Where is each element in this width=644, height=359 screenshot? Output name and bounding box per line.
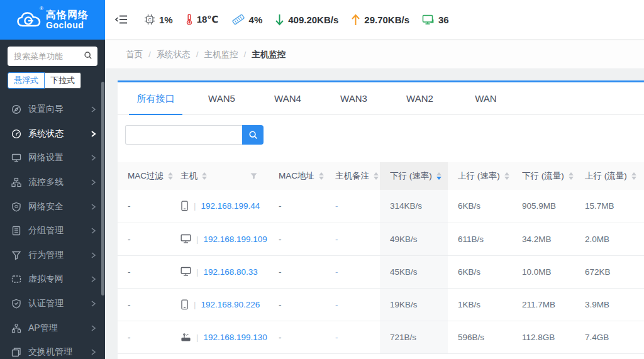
- host-cell: |192.168.90.226: [170, 288, 269, 321]
- ap-icon: [11, 323, 21, 333]
- download-stat: 409.20KB/s: [275, 14, 338, 26]
- host-ip-link[interactable]: 192.168.90.226: [201, 300, 260, 309]
- host-ip-link[interactable]: 192.168.199.109: [204, 235, 267, 244]
- menu-fold-icon[interactable]: [115, 14, 128, 25]
- sidebar-item-label: 虚拟专网: [28, 273, 91, 285]
- flow-icon: [11, 177, 21, 187]
- up-rate-cell: 611B/s: [448, 223, 512, 255]
- sort-icon[interactable]: [569, 172, 574, 180]
- sort-icon[interactable]: [168, 172, 173, 180]
- tab-wan5[interactable]: WAN5: [189, 82, 255, 114]
- chevron-right-icon: [91, 204, 96, 210]
- sidebar-item-behavior-management[interactable]: 行为管理: [0, 243, 105, 268]
- sidebar-item-network-security[interactable]: 网络安全: [0, 194, 105, 219]
- sidebar-item-network-settings[interactable]: 网络设置: [0, 146, 105, 170]
- sidebar-item-label: 认证管理: [28, 298, 91, 309]
- mac-cell: -: [269, 321, 325, 353]
- host-ip-link[interactable]: 192.168.80.33: [204, 267, 258, 277]
- tab-wan2[interactable]: WAN2: [387, 82, 453, 114]
- sort-icon[interactable]: [319, 172, 324, 180]
- table-search-input[interactable]: [125, 125, 242, 145]
- note-cell[interactable]: -: [325, 223, 380, 255]
- filter-icon[interactable]: [250, 173, 257, 180]
- col-mac-address: MAC地址: [269, 162, 325, 190]
- table-row: - |192.168.199.109 - - 49KB/s 611B/s 34.…: [118, 223, 644, 255]
- phone-icon: [180, 299, 189, 310]
- note-cell[interactable]: -: [325, 321, 380, 353]
- mode-dropdown-button[interactable]: 下拉式: [44, 72, 81, 89]
- search-icon: [248, 130, 258, 140]
- note-cell[interactable]: -: [325, 255, 380, 288]
- sidebar-item-auth-management[interactable]: 认证管理: [0, 292, 105, 316]
- up-rate-cell: 1KB/s: [448, 288, 512, 321]
- arrow-up-icon: [351, 14, 360, 26]
- sidebar-item-switch-management[interactable]: 交换机管理: [0, 340, 105, 359]
- mac-filter-cell: -: [118, 223, 170, 255]
- compass-icon: [11, 104, 21, 114]
- table-row: - |192.168.90.226 - - 19KB/s 1KB/s 211.7…: [118, 288, 644, 321]
- divider: |: [196, 333, 199, 342]
- brand-name-cn: 高恪网络: [46, 10, 89, 21]
- tab-all-interfaces[interactable]: 所有接口: [123, 82, 189, 114]
- temperature-value: 18℃: [197, 14, 219, 25]
- down-rate-cell: 721B/s: [380, 321, 448, 353]
- table-search-button[interactable]: [242, 125, 264, 145]
- mac-cell: -: [269, 255, 325, 288]
- sidebar-item-label: 设置向导: [28, 104, 91, 115]
- breadcrumb-host-monitor[interactable]: 主机监控: [204, 49, 238, 60]
- sidebar-item-group-management[interactable]: 分组管理: [0, 219, 105, 243]
- clients-stat: 36: [422, 14, 449, 25]
- online-clients-value: 36: [438, 14, 449, 25]
- note-cell[interactable]: -: [325, 288, 380, 321]
- arrow-down-icon: [275, 14, 284, 26]
- switch-icon: [11, 347, 21, 357]
- down-total-cell: 112.8GB: [512, 321, 575, 353]
- down-total-cell: 211.7MB: [512, 288, 575, 321]
- breadcrumb-system-status[interactable]: 系统状态: [157, 49, 191, 60]
- host-cell: |192.168.199.109: [170, 223, 269, 255]
- up-total-cell: 2.0MB: [575, 223, 644, 255]
- divider: |: [196, 235, 199, 244]
- breadcrumb-home[interactable]: 首页: [126, 49, 143, 60]
- sort-icon[interactable]: [374, 172, 379, 180]
- sidebar-item-setup-wizard[interactable]: 设置向导: [0, 97, 105, 122]
- sidebar-item-system-status[interactable]: 系统状态: [0, 122, 105, 146]
- main-content: 所有接口 WAN5 WAN4 WAN3 WAN2 WAN MAC过滤 主机 MA…: [105, 69, 644, 359]
- col-down-total: 下行 (流量): [512, 162, 575, 190]
- svg-text:C: C: [148, 18, 151, 22]
- sort-icon-active[interactable]: [436, 172, 441, 180]
- sort-icon[interactable]: [631, 172, 636, 180]
- col-host-note: 主机备注: [325, 162, 380, 190]
- shield-icon: [11, 202, 21, 212]
- sidebar-item-flow-control[interactable]: 流控多线: [0, 170, 105, 195]
- tab-wan[interactable]: WAN: [453, 82, 519, 114]
- upload-stat: 29.70KB/s: [351, 14, 409, 26]
- host-ip-link[interactable]: 192.168.199.44: [201, 201, 260, 211]
- ram-usage-value: 4%: [249, 14, 263, 25]
- sidebar-item-vpn[interactable]: 虚拟专网: [0, 267, 105, 292]
- up-rate-cell: 6KB/s: [448, 190, 512, 223]
- mode-float-button[interactable]: 悬浮式: [8, 72, 45, 89]
- sort-icon[interactable]: [202, 172, 207, 180]
- down-rate-cell: 45KB/s: [380, 255, 448, 288]
- brand-logo: ® 高恪网络 Gocloud: [0, 0, 105, 40]
- mac-filter-cell: -: [118, 321, 170, 353]
- down-total-cell: 905.9MB: [512, 190, 575, 223]
- sidebar: ® 高恪网络 Gocloud 悬浮式 下拉式 设置向导 系统状态 网络设置: [0, 0, 105, 359]
- cloud-logo-icon: [16, 11, 42, 30]
- tab-wan3[interactable]: WAN3: [321, 82, 387, 114]
- ram-icon: [231, 14, 245, 25]
- mac-cell: -: [269, 223, 325, 255]
- divider: |: [196, 267, 199, 277]
- host-ip-link[interactable]: 192.168.199.130: [204, 333, 267, 342]
- sort-icon[interactable]: [504, 172, 509, 180]
- tab-wan4[interactable]: WAN4: [255, 82, 321, 114]
- sidebar-item-ap-management[interactable]: AP管理: [0, 316, 105, 340]
- note-cell[interactable]: -: [325, 190, 380, 223]
- shield-check-icon: [11, 299, 21, 309]
- up-rate-cell: 596B/s: [448, 321, 512, 353]
- download-speed-value: 409.20KB/s: [288, 14, 338, 25]
- sidebar-scrollbar[interactable]: [101, 82, 104, 295]
- up-total-cell: 15.7MB: [575, 190, 644, 223]
- table-header-row: MAC过滤 主机 MAC地址 主机备注 下行 (速率) 上行 (速率) 下行 (…: [118, 162, 644, 190]
